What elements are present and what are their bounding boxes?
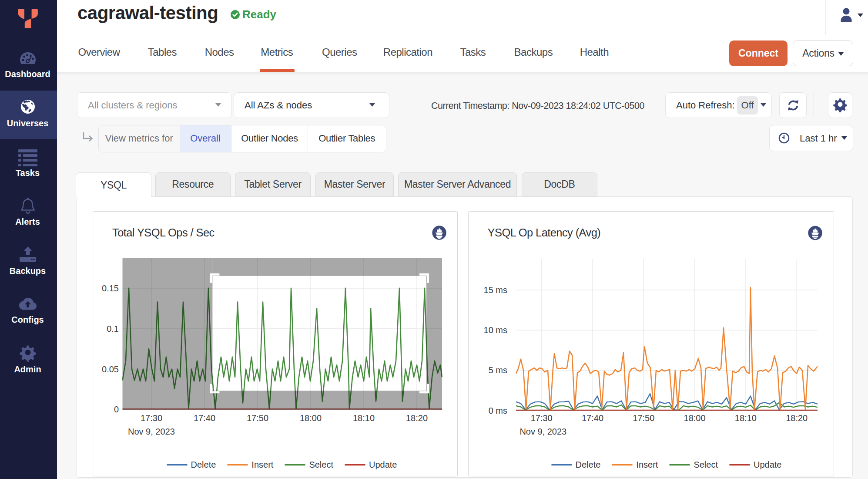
svg-text:YSQL Op Latency (Avg): YSQL Op Latency (Avg): [488, 226, 601, 239]
svg-text:18:10: 18:10: [735, 413, 757, 423]
svg-text:18:00: 18:00: [684, 413, 706, 423]
svg-text:0.05: 0.05: [102, 364, 119, 374]
svg-text:Nov 9, 2023: Nov 9, 2023: [519, 427, 566, 436]
svg-text:0 ms: 0 ms: [489, 406, 507, 415]
svg-text:17:40: 17:40: [582, 413, 603, 423]
svg-text:17:40: 17:40: [194, 413, 215, 423]
svg-text:10 ms: 10 ms: [484, 325, 507, 335]
svg-text:18:10: 18:10: [353, 413, 375, 423]
svg-text:18:20: 18:20: [786, 413, 808, 423]
svg-text:18:20: 18:20: [406, 413, 428, 423]
svg-text:17:50: 17:50: [247, 413, 268, 423]
svg-text:5 ms: 5 ms: [489, 365, 507, 375]
svg-text:0: 0: [114, 405, 119, 414]
svg-text:0.1: 0.1: [107, 324, 119, 334]
svg-text:17:50: 17:50: [633, 413, 654, 423]
svg-text:15 ms: 15 ms: [484, 285, 507, 295]
svg-text:18:00: 18:00: [300, 413, 322, 423]
svg-text:0.15: 0.15: [102, 283, 119, 293]
svg-text:17:30: 17:30: [531, 413, 553, 423]
svg-text:Nov 9, 2023: Nov 9, 2023: [128, 427, 175, 436]
svg-text:Total YSQL Ops / Sec: Total YSQL Ops / Sec: [112, 226, 214, 239]
svg-text:17:30: 17:30: [141, 413, 162, 423]
